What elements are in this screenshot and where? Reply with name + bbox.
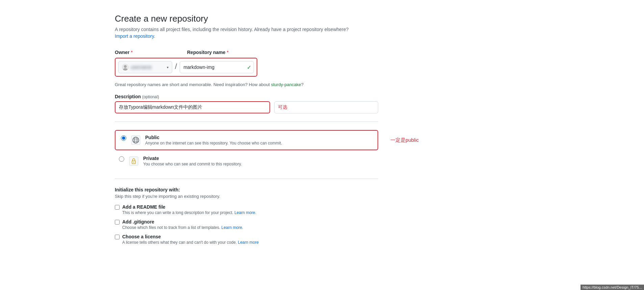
public-option-wrapper: Public Anyone on the internet can see th… xyxy=(115,130,378,150)
svg-point-1 xyxy=(124,65,127,68)
readme-label: Add a README file xyxy=(122,204,256,210)
svg-point-10 xyxy=(133,162,134,162)
license-desc: A license tells others what they can and… xyxy=(122,240,259,245)
description-row: 可选 xyxy=(115,101,378,113)
gitignore-label: Add .gitignore xyxy=(122,219,243,225)
repo-name-label: Repository name xyxy=(187,50,226,55)
valid-check-icon: ✓ xyxy=(247,64,251,71)
gitignore-text-group: Add .gitignore Choose which files not to… xyxy=(122,219,243,230)
readme-option: Add a README file This is where you can … xyxy=(115,204,378,215)
initialize-section: Initialize this repository with: Skip th… xyxy=(115,187,378,245)
owner-required: * xyxy=(131,50,132,55)
path-separator: / xyxy=(175,60,177,74)
license-text-group: Choose a license A license tells others … xyxy=(122,234,259,245)
readme-desc: This is where you can write a long descr… xyxy=(122,210,256,215)
owner-dropdown[interactable]: username ▾ xyxy=(118,61,172,73)
public-text-group: Public Anyone on the internet can see th… xyxy=(145,135,282,146)
private-radio[interactable] xyxy=(119,156,124,162)
public-desc: Anyone on the internet can see this repo… xyxy=(145,141,282,146)
globe-icon xyxy=(130,135,141,146)
import-repo-link[interactable]: Import a repository. xyxy=(115,33,155,39)
visibility-section: Public Anyone on the internet can see th… xyxy=(115,130,378,170)
private-option[interactable]: Private You choose who can see and commi… xyxy=(115,152,378,170)
divider-1 xyxy=(115,122,378,122)
repo-name-required: * xyxy=(227,50,228,55)
description-label: Description xyxy=(115,94,141,99)
private-title: Private xyxy=(143,156,242,161)
owner-repo-combined-box: username ▾ / ✓ xyxy=(115,58,257,77)
gitignore-option: Add .gitignore Choose which files not to… xyxy=(115,219,378,230)
private-desc: You choose who can see and commit to thi… xyxy=(143,162,242,166)
license-learn-more-link[interactable]: Learn more xyxy=(238,240,259,245)
license-label: Choose a license xyxy=(122,234,259,239)
lock-icon xyxy=(128,156,139,166)
description-input[interactable] xyxy=(115,101,270,113)
readme-checkbox[interactable] xyxy=(115,205,120,210)
inspiration-text: Great repository names are short and mem… xyxy=(115,82,378,87)
suggestion-link[interactable]: sturdy-pancake xyxy=(271,82,301,87)
gitignore-learn-more-link[interactable]: Learn more. xyxy=(221,225,243,230)
divider-2 xyxy=(115,179,378,179)
form-section: Owner * Repository name * usern xyxy=(115,50,378,245)
license-checkbox[interactable] xyxy=(115,235,120,239)
public-title: Public xyxy=(145,135,282,140)
public-annotation: 一定是public xyxy=(390,137,419,143)
page-container: Create a new repository A repository con… xyxy=(0,0,644,290)
initialize-desc: Skip this step if you're importing an ex… xyxy=(115,194,378,199)
page-subtitle: A repository contains all project files,… xyxy=(115,27,644,32)
private-text-group: Private You choose who can see and commi… xyxy=(143,156,242,166)
readme-text-group: Add a README file This is where you can … xyxy=(122,204,256,215)
owner-name: username xyxy=(131,64,165,70)
description-hint-box: 可选 xyxy=(274,101,378,113)
chevron-down-icon: ▾ xyxy=(167,65,169,69)
gitignore-desc: Choose which files not to track from a l… xyxy=(122,225,243,230)
public-radio[interactable] xyxy=(121,135,126,141)
owner-label: Owner xyxy=(115,50,130,55)
owner-avatar xyxy=(122,64,129,71)
repo-name-input[interactable] xyxy=(180,61,254,73)
license-option: Choose a license A license tells others … xyxy=(115,234,378,245)
description-optional: (optional) xyxy=(142,95,159,99)
owner-repo-labels: Owner * Repository name * xyxy=(115,50,378,55)
page-title: Create a new repository xyxy=(115,14,644,24)
repo-name-field-wrapper: ✓ xyxy=(180,61,254,73)
readme-learn-more-link[interactable]: Learn more. xyxy=(234,210,256,215)
initialize-title: Initialize this repository with: xyxy=(115,187,378,192)
gitignore-checkbox[interactable] xyxy=(115,220,120,225)
svg-rect-8 xyxy=(129,157,138,165)
status-bar: https://blog.csdn.net/Design_IT/75... xyxy=(581,285,644,290)
public-option[interactable]: Public Anyone on the internet can see th… xyxy=(115,130,378,150)
description-section: Description (optional) 可选 xyxy=(115,94,378,113)
